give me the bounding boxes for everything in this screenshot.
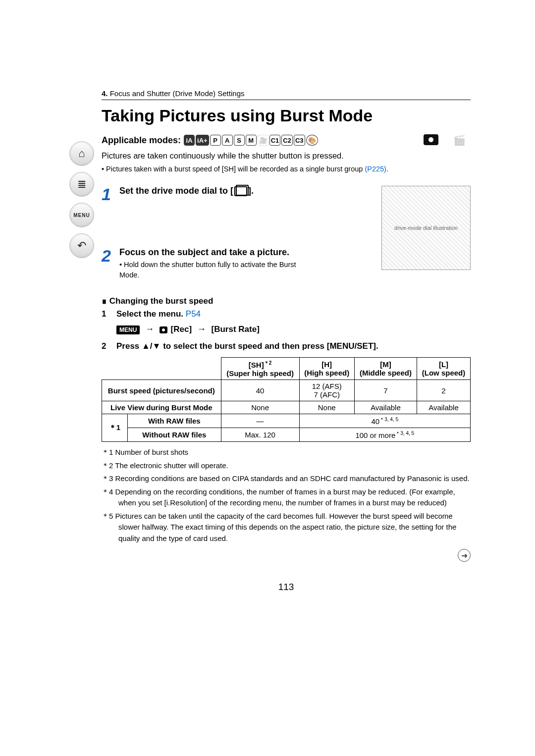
table-header-sh: [SH]＊2 (Super high speed) <box>221 358 299 380</box>
menu-icon[interactable]: MENU <box>69 203 94 227</box>
footnotes: ＊1 Number of burst shots ＊2 The electron… <box>102 447 471 544</box>
row-withraw-label: With RAW files <box>128 414 221 428</box>
table-cell: Available <box>417 401 470 414</box>
table-header-l: [L](Low speed) <box>417 358 470 380</box>
mode-chip: 🎨 <box>306 135 318 146</box>
arrow-icon: → <box>145 324 154 334</box>
bullet-text: . <box>386 165 388 173</box>
breadcrumb-text: Focus and Shutter (Drive Mode) Settings <box>110 89 245 98</box>
mode-chip: M <box>246 135 257 146</box>
step-number-2: 2 <box>102 247 112 264</box>
row-burst-speed-label: Burst speed (pictures/second) <box>102 380 221 401</box>
table-cell: 40＊3, 4, 5 <box>299 414 470 428</box>
row-withoutraw-label: Without RAW files <box>128 428 221 442</box>
page-title: Taking Pictures using Burst Mode <box>102 106 471 125</box>
mode-chip: P <box>210 135 221 146</box>
mode-chip-disabled: 🎥 <box>258 135 268 146</box>
sidebar-nav: ⌂ ≣ MENU ↶ <box>69 141 97 258</box>
intro-text: Pictures are taken continuously while th… <box>102 150 471 162</box>
substep-2-text: Press ▲/▼ to select the burst speed and … <box>116 341 378 351</box>
table-header-h: [H](High speed) <box>299 358 354 380</box>
table-cell: 100 or more＊3, 4, 5 <box>299 428 470 442</box>
mode-chip: iA <box>184 135 195 146</box>
substep-1-text: Select the menu. <box>116 309 186 319</box>
step-text: ]. <box>248 186 254 196</box>
footnote: ＊1 Number of burst shots <box>102 447 471 458</box>
table-cell: 12 (AFS) 7 (AFC) <box>299 380 354 401</box>
table-header-m: [M](Middle speed) <box>354 358 417 380</box>
row-star1-label: ＊1 <box>102 414 128 442</box>
burst-speed-table: [SH]＊2 (Super high speed) [H](High speed… <box>102 357 471 442</box>
mode-chip: S <box>234 135 245 146</box>
link-p54[interactable]: P54 <box>186 309 201 319</box>
table-cell: None <box>221 401 299 414</box>
footnote: ＊5 Pictures can be taken until the capac… <box>102 511 471 544</box>
photo-icon <box>424 134 438 145</box>
breadcrumb: 4. Focus and Shutter (Drive Mode) Settin… <box>102 89 471 98</box>
burst-mode-icon <box>234 186 247 196</box>
applicable-modes: Applicable modes: iA iA+ P A S M 🎥 C1 C2… <box>102 135 318 146</box>
table-cell: — <box>221 414 299 428</box>
table-cell: Max. 120 <box>221 428 299 442</box>
rec-camera-icon <box>160 326 167 333</box>
applicable-modes-label: Applicable modes: <box>102 135 181 146</box>
mode-chip: C1 <box>269 135 281 146</box>
menu-badge: MENU <box>116 325 140 334</box>
next-page-icon[interactable]: ➜ <box>458 549 471 562</box>
footnote: ＊4 Depending on the recording conditions… <box>102 486 471 509</box>
mode-chip: iA+ <box>196 135 209 146</box>
divider <box>102 100 471 100</box>
step-number-1: 1 <box>102 186 112 203</box>
mode-chip-list: iA iA+ P A S M 🎥 C1 C2 C3 🎨 <box>184 135 318 146</box>
page-number: 113 <box>102 582 471 593</box>
step-2-title: Focus on the subject and take a picture. <box>119 247 372 258</box>
substep-2-num: 2 <box>102 341 110 351</box>
footnote: ＊3 Recording conditions are based on CIP… <box>102 473 471 485</box>
breadcrumb-num: 4. <box>102 89 108 98</box>
step-2-bullet: Hold down the shutter button fully to ac… <box>119 260 298 281</box>
contents-icon[interactable]: ≣ <box>69 172 94 197</box>
step-1-title: Set the drive mode dial to []. <box>119 186 254 196</box>
substep-1-num: 1 <box>102 309 110 319</box>
footnote: ＊2 The electronic shutter will operate. <box>102 460 471 472</box>
step-text: Set the drive mode dial to [ <box>119 186 233 196</box>
link-p225[interactable]: (P225) <box>365 165 386 173</box>
row-liveview-label: Live View during Burst Mode <box>102 401 221 414</box>
record-type-icons: 🎬 <box>424 134 471 146</box>
arrow-icon: → <box>197 324 206 334</box>
home-icon[interactable]: ⌂ <box>69 141 94 166</box>
menu-path-rec: [Rec] <box>171 324 192 334</box>
mode-chip: A <box>222 135 233 146</box>
table-cell: 40 <box>221 380 299 401</box>
menu-path-burst-rate: [Burst Rate] <box>212 324 260 334</box>
changing-burst-speed-title: ∎ Changing the burst speed <box>102 296 471 306</box>
back-icon[interactable]: ↶ <box>69 233 94 258</box>
intro-bullet: Pictures taken with a burst speed of [SH… <box>102 164 471 175</box>
mode-chip: C2 <box>281 135 293 146</box>
dial-diagram: drive-mode dial illustration <box>381 186 471 270</box>
table-cell: Available <box>354 401 417 414</box>
table-cell: 2 <box>417 380 470 401</box>
mode-chip: C3 <box>294 135 305 146</box>
table-cell: 7 <box>354 380 417 401</box>
bullet-text: Pictures taken with a burst speed of [SH… <box>106 165 365 173</box>
table-cell: None <box>299 401 354 414</box>
